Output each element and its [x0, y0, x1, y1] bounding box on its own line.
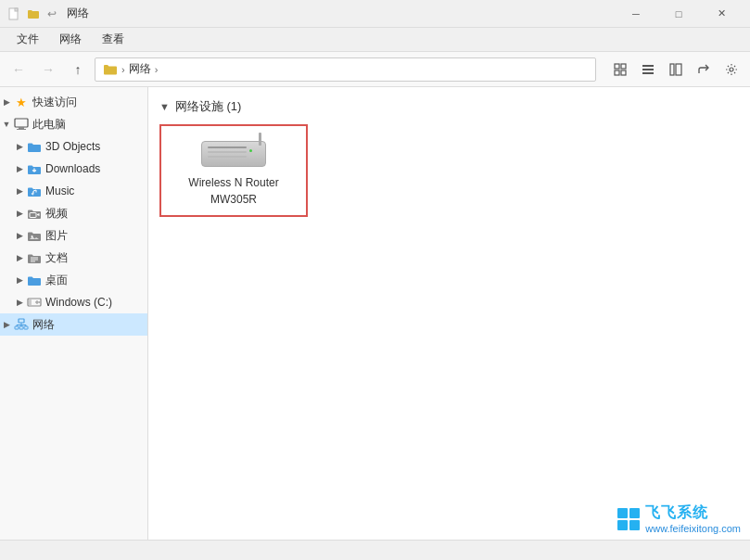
sidebar-label-windows-c: Windows (C:) [45, 296, 112, 309]
sidebar-label-pictures: 图片 [45, 228, 68, 244]
windows-logo [617, 508, 640, 530]
sidebar-item-documents[interactable]: ▶ 文档 [0, 247, 147, 269]
sidebar-label-network: 网络 [32, 317, 55, 333]
svg-rect-3 [621, 64, 626, 69]
expand-this-pc[interactable]: ▼ [0, 113, 13, 135]
svg-rect-8 [642, 72, 654, 74]
title-bar-icons: ↩ 网络 [7, 6, 89, 21]
view-icon-1[interactable] [607, 57, 633, 83]
svg-rect-21 [19, 319, 24, 323]
sidebar-item-network[interactable]: ▶ 网络 [0, 313, 147, 336]
folder-blue-icon-music [26, 183, 43, 199]
menu-view[interactable]: 查看 [93, 30, 133, 49]
sidebar-label-desktop: 桌面 [45, 273, 68, 288]
view-icon-3[interactable] [663, 57, 689, 83]
svg-rect-22 [15, 326, 19, 329]
address-bar[interactable]: › 网络 › [95, 57, 596, 82]
sidebar-item-music[interactable]: ▶ Music [0, 180, 147, 202]
win-quad-4 [629, 520, 640, 530]
sidebar-item-videos[interactable]: ▶ 视频 [0, 202, 147, 224]
path-separator: › [121, 64, 125, 75]
expand-windows-c[interactable]: ▶ [13, 291, 26, 313]
sidebar-item-3d-objects[interactable]: ▶ 3D Objects [0, 135, 147, 158]
svg-rect-12 [15, 119, 28, 127]
status-bar [0, 540, 750, 560]
forward-button[interactable]: → [35, 57, 61, 83]
undo-icon: ↩ [44, 6, 59, 21]
network-icon [13, 316, 30, 333]
back-button[interactable]: ← [6, 57, 32, 83]
expand-downloads[interactable]: ▶ [13, 158, 26, 180]
sidebar: ▶ ★ 快速访问 ▼ 此电脑 ▶ 3D Objects ▶ Downl [0, 87, 148, 540]
share-icon[interactable] [691, 57, 717, 83]
expand-desktop[interactable]: ▶ [13, 269, 26, 291]
folder-blue-icon-desktop [26, 272, 43, 288]
svg-rect-10 [676, 64, 681, 75]
file-icon [7, 6, 22, 21]
svg-rect-23 [19, 326, 23, 329]
win-quad-1 [617, 508, 628, 518]
expand-3d-objects[interactable]: ▶ [13, 135, 26, 158]
svg-rect-1 [15, 8, 18, 11]
svg-rect-9 [670, 64, 674, 75]
watermark: 飞飞系统 www.feifeixitong.com [617, 503, 741, 534]
pc-icon [13, 116, 30, 133]
section-toggle[interactable]: ▼ [159, 101, 170, 112]
maximize-button[interactable]: □ [657, 0, 700, 28]
svg-rect-24 [24, 326, 28, 329]
watermark-url: www.feifeixitong.com [645, 523, 741, 534]
expand-videos[interactable]: ▶ [13, 202, 26, 224]
toolbar: ← → ↑ › 网络 › [0, 52, 750, 87]
expand-network[interactable]: ▶ [0, 313, 13, 336]
svg-rect-18 [29, 299, 32, 305]
expand-pictures[interactable]: ▶ [13, 224, 26, 247]
menu-file[interactable]: 文件 [7, 30, 48, 49]
sidebar-label-3d-objects: 3D Objects [45, 140, 100, 153]
menu-network[interactable]: 网络 [50, 30, 91, 49]
title-bar: ↩ 网络 ─ □ ✕ [0, 0, 750, 28]
sidebar-item-quick-access[interactable]: ▶ ★ 快速访问 [0, 91, 147, 113]
section-header: ▼ 网络设施 (1) [159, 98, 739, 115]
action-icons [607, 57, 744, 83]
device-box: Wireless N Router MW305R [159, 124, 308, 217]
sidebar-item-pictures[interactable]: ▶ 图片 [0, 224, 147, 247]
svg-point-11 [730, 68, 733, 71]
path-arrow: › [155, 64, 159, 75]
path-network: 网络 [129, 61, 151, 77]
sidebar-item-desktop[interactable]: ▶ 桌面 [0, 269, 147, 291]
settings-icon[interactable] [718, 57, 744, 83]
sidebar-label-videos: 视频 [45, 206, 68, 222]
svg-rect-5 [621, 70, 626, 75]
expand-music[interactable]: ▶ [13, 180, 26, 202]
sidebar-label-documents: 文档 [45, 250, 68, 266]
window-controls: ─ □ ✕ [615, 0, 743, 28]
folder-blue-icon-downloads [26, 160, 43, 177]
win-quad-2 [629, 508, 640, 518]
sidebar-label-downloads: Downloads [45, 162, 100, 175]
up-button[interactable]: ↑ [65, 57, 91, 83]
device-item-router[interactable]: Wireless N Router MW305R [176, 135, 291, 206]
sidebar-label-quick-access: 快速访问 [32, 95, 77, 110]
router-image [201, 135, 266, 172]
minimize-button[interactable]: ─ [615, 0, 657, 28]
sidebar-item-windows-c[interactable]: ▶ Windows (C:) [0, 291, 147, 313]
folder-img-icon-pictures [26, 227, 43, 244]
svg-rect-13 [19, 127, 24, 129]
device-name-line1: Wireless N Router [188, 176, 278, 189]
folder-icon-title [26, 6, 41, 21]
expand-quick-access[interactable]: ▶ [0, 91, 13, 113]
svg-rect-7 [642, 69, 654, 70]
main-layout: ▶ ★ 快速访问 ▼ 此电脑 ▶ 3D Objects ▶ Downl [0, 87, 750, 540]
sidebar-label-this-pc: 此电脑 [32, 117, 66, 133]
view-icon-2[interactable] [635, 57, 661, 83]
svg-point-20 [39, 301, 40, 302]
svg-rect-14 [17, 129, 26, 130]
folder-address-icon [103, 63, 118, 76]
sidebar-item-downloads[interactable]: ▶ Downloads [0, 158, 147, 180]
sidebar-item-this-pc[interactable]: ▼ 此电脑 [0, 113, 147, 135]
svg-point-19 [36, 301, 38, 303]
expand-documents[interactable]: ▶ [13, 247, 26, 269]
folder-doc-icon [26, 249, 43, 266]
close-button[interactable]: ✕ [700, 0, 743, 28]
menu-bar: 文件 网络 查看 [0, 28, 750, 52]
